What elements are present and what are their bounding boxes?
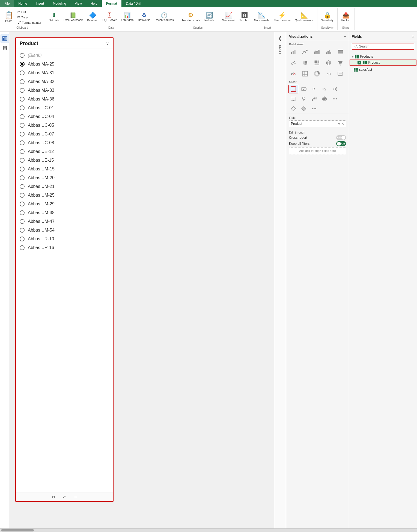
scrollbar-thumb[interactable] bbox=[1, 529, 34, 531]
tab-file[interactable]: File bbox=[0, 0, 14, 7]
slicer-list-item[interactable]: Abbas UE-15 bbox=[16, 156, 113, 165]
slicer-list-item[interactable]: Abbas UM-21 bbox=[16, 182, 113, 191]
products-group-header[interactable]: ∨ Products bbox=[349, 54, 417, 60]
publish-button[interactable]: 📤 Publish bbox=[340, 11, 352, 23]
slicer-list-item[interactable]: Abbas MA-25 bbox=[16, 60, 113, 69]
field-dropdown[interactable]: Product ∨ ✕ bbox=[289, 120, 346, 127]
slicer-list-item[interactable]: (Blank) bbox=[16, 51, 113, 60]
viz-card[interactable] bbox=[335, 69, 345, 78]
viz-pie[interactable] bbox=[300, 58, 310, 67]
viz-slicer-dropdown[interactable] bbox=[299, 85, 309, 93]
product-field-item[interactable]: ✓ Product bbox=[350, 60, 416, 66]
viz-100pct-bar[interactable] bbox=[335, 48, 345, 56]
keep-all-filters-toggle[interactable]: On bbox=[336, 141, 346, 146]
dataverse-button[interactable]: ♻ Dataverse bbox=[136, 11, 152, 23]
viz-clustered-bar[interactable] bbox=[324, 48, 333, 56]
fields-panel-expand-icon[interactable]: » bbox=[412, 34, 414, 39]
tab-data-drill[interactable]: Data / Drill bbox=[121, 0, 145, 7]
viz-panel-expand-icon[interactable]: » bbox=[344, 34, 346, 39]
paste-button[interactable]: 📋 Paste bbox=[2, 10, 15, 24]
viz-gauge[interactable] bbox=[288, 69, 298, 78]
slicer-chevron-icon[interactable]: ∨ bbox=[106, 41, 109, 46]
text-box-button[interactable]: 🅰 Text box bbox=[238, 11, 251, 23]
slicer-list-item[interactable]: Abbas MA-31 bbox=[16, 69, 113, 77]
viz-smart-narrative[interactable] bbox=[288, 94, 298, 103]
slicer-list-item[interactable]: Abbas UC-05 bbox=[16, 121, 113, 130]
sidebar-data-icon[interactable] bbox=[1, 44, 9, 53]
slicer-list-item[interactable]: Abbas UM-47 bbox=[16, 217, 113, 226]
slicer-list-item[interactable]: Abbas UM-15 bbox=[16, 165, 113, 173]
viz-more[interactable] bbox=[330, 94, 340, 103]
viz-diamond1[interactable] bbox=[288, 104, 298, 113]
viz-waterfall[interactable] bbox=[309, 94, 319, 103]
transform-data-button[interactable]: ⚙ Transform data bbox=[180, 11, 202, 23]
slicer-list-item[interactable]: Abbas UM-54 bbox=[16, 226, 113, 235]
recent-sources-button[interactable]: 🕐 Recent sources bbox=[153, 11, 175, 23]
slicer-expand-icon[interactable]: ⤢ bbox=[61, 494, 68, 500]
sensitivity-button[interactable]: 🔒 Sensitivity bbox=[320, 11, 335, 23]
slicer-filter-icon[interactable]: ⊘ bbox=[50, 494, 57, 500]
slicer-list-item[interactable]: Abbas UR-10 bbox=[16, 235, 113, 243]
viz-filled-map[interactable] bbox=[320, 94, 329, 103]
tab-insert[interactable]: Insert bbox=[31, 0, 48, 7]
slicer-list-item[interactable]: Abbas MA-32 bbox=[16, 77, 113, 86]
viz-scatter[interactable] bbox=[288, 58, 298, 67]
viz-stacked-bar[interactable] bbox=[288, 48, 298, 56]
data-hub-button[interactable]: 🔷 Data hub bbox=[85, 11, 100, 23]
excel-workbook-button[interactable]: 📗 Excel workbook bbox=[62, 11, 84, 23]
slicer-list-item[interactable]: Abbas UC-07 bbox=[16, 130, 113, 138]
slicer-list-item[interactable]: Abbas UM-38 bbox=[16, 208, 113, 217]
tab-format[interactable]: Format bbox=[102, 0, 122, 7]
viz-funnel[interactable] bbox=[335, 58, 345, 67]
viz-r-script[interactable]: R bbox=[309, 85, 319, 93]
tab-modeling[interactable]: Modeling bbox=[48, 0, 70, 7]
viz-table[interactable] bbox=[300, 69, 310, 78]
slicer-list-item[interactable]: Abbas UM-25 bbox=[16, 191, 113, 200]
viz-area-chart[interactable] bbox=[312, 48, 322, 56]
slicer-list-item[interactable]: Abbas UC-04 bbox=[16, 112, 113, 121]
cross-report-toggle[interactable]: Off bbox=[336, 135, 346, 140]
slicer-list-item[interactable]: Abbas MA-36 bbox=[16, 95, 113, 104]
slicer-list-item[interactable]: Abbas MA-33 bbox=[16, 86, 113, 95]
viz-diamond2[interactable] bbox=[299, 104, 309, 113]
field-dropdown-clear[interactable]: ✕ bbox=[341, 122, 344, 126]
new-visual-button[interactable]: 📈 New visual bbox=[220, 11, 237, 23]
field-dropdown-chevron[interactable]: ∨ bbox=[338, 122, 340, 126]
refresh-button[interactable]: 🔄 Refresh bbox=[203, 11, 216, 23]
viz-python[interactable]: Py bbox=[320, 85, 329, 93]
viz-slicer-list[interactable] bbox=[288, 85, 298, 93]
tab-help[interactable]: Help bbox=[86, 0, 102, 7]
format-painter-button[interactable]: 🖌 Format painter bbox=[16, 20, 43, 25]
more-visuals-button[interactable]: 📉 More visuals bbox=[252, 11, 271, 23]
fields-search-input[interactable] bbox=[359, 45, 412, 48]
slicer-list-item[interactable]: Abbas UE-12 bbox=[16, 147, 113, 156]
slicer-list-item[interactable]: Abbas UC-01 bbox=[16, 104, 113, 112]
slicer-list-item[interactable]: Abbas UR-16 bbox=[16, 243, 113, 252]
viz-donut[interactable] bbox=[312, 69, 322, 78]
enter-data-button[interactable]: 📊 Enter data bbox=[119, 11, 135, 23]
viz-decomp-tree[interactable] bbox=[330, 85, 340, 93]
viz-map[interactable] bbox=[324, 58, 333, 67]
tab-view[interactable]: View bbox=[70, 0, 86, 7]
get-data-button[interactable]: ⬇ Get data bbox=[47, 11, 61, 23]
viz-kpi[interactable]: KPI bbox=[324, 69, 333, 78]
salesfact-group-header[interactable]: › salesfact bbox=[349, 67, 417, 73]
viz-treemap[interactable] bbox=[312, 58, 322, 67]
viz-qna[interactable]: ? bbox=[299, 94, 309, 103]
new-measure-button[interactable]: ⚡ New measure bbox=[272, 11, 292, 23]
viz-line-chart[interactable] bbox=[300, 48, 310, 56]
sidebar-report-icon[interactable] bbox=[1, 34, 9, 43]
filters-collapse-button[interactable]: ❮ bbox=[277, 34, 283, 42]
sql-server-button[interactable]: 🗄 SQL Server bbox=[101, 11, 118, 23]
quick-measure-button[interactable]: 📐 Quick measure bbox=[293, 11, 315, 23]
slicer-list-item[interactable]: Abbas UM-20 bbox=[16, 173, 113, 182]
slicer-more-icon[interactable]: ··· bbox=[72, 494, 79, 500]
slicer-list-item[interactable]: Abbas UC-08 bbox=[16, 138, 113, 147]
slicer-list-item[interactable]: Abbas UM-29 bbox=[16, 200, 113, 208]
cut-button[interactable]: ✂ Cut bbox=[16, 10, 43, 14]
viz-ellipsis[interactable] bbox=[309, 104, 319, 113]
copy-button[interactable]: ⧉ Copy bbox=[16, 15, 43, 20]
tab-home[interactable]: Home bbox=[14, 0, 31, 7]
bottom-scrollbar[interactable] bbox=[0, 528, 417, 532]
drillthrough-drop-area[interactable]: Add drill-through fields here bbox=[289, 147, 346, 154]
